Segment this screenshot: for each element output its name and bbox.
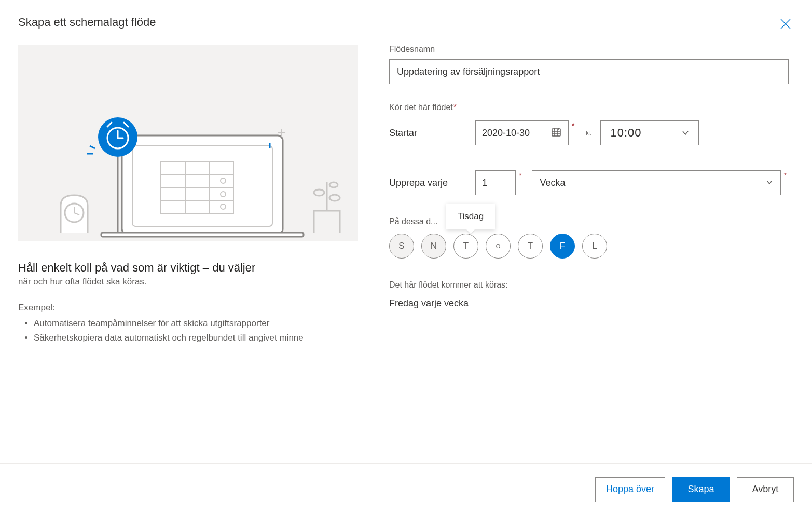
start-time-value: 10:00: [610, 126, 641, 140]
day-tooltip: Tisdag: [446, 204, 495, 229]
chevron-down-icon: [682, 126, 689, 140]
left-column: Håll enkelt koll på vad som är viktigt –…: [18, 45, 358, 346]
close-icon: [780, 18, 791, 32]
intro-text: Håll enkelt koll på vad som är viktigt –…: [18, 261, 358, 346]
repeat-count-input[interactable]: 1: [475, 170, 516, 195]
examples-label: Exempel:: [18, 303, 358, 313]
svg-point-26: [329, 195, 340, 201]
repeat-count-value: 1: [482, 178, 487, 188]
dialog-content: Håll enkelt koll på vad som är viktigt –…: [18, 45, 794, 346]
examples-list: Automatisera teampåminnelser för att ski…: [18, 316, 358, 346]
create-button[interactable]: Skapa: [672, 477, 730, 502]
schedule-summary-label: Det här flödet kommer att köras:: [389, 280, 789, 290]
cancel-button[interactable]: Avbryt: [737, 477, 794, 502]
example-item: Säkerhetskopiera data automatiskt och re…: [34, 331, 358, 346]
day-friday[interactable]: F: [550, 234, 575, 259]
chevron-down-icon: [766, 178, 773, 188]
skip-button[interactable]: Hoppa över: [595, 477, 665, 502]
start-date-value: 2020-10-30: [482, 128, 530, 139]
svg-rect-4: [101, 233, 304, 237]
run-flow-label: Kör det här flödet*: [389, 103, 789, 112]
flow-name-input[interactable]: [389, 59, 789, 84]
svg-point-27: [329, 182, 338, 187]
calendar-icon: [550, 126, 562, 140]
day-tuesday[interactable]: T: [453, 234, 478, 259]
dialog-footer: Hoppa över Skapa Avbryt: [0, 463, 812, 515]
start-label: Startar: [389, 128, 467, 139]
required-mark: *: [572, 120, 574, 130]
svg-rect-2: [122, 135, 283, 234]
start-time-select[interactable]: 10:00: [600, 120, 699, 145]
repeat-unit-select[interactable]: Vecka: [532, 170, 780, 195]
required-mark: *: [519, 170, 521, 180]
days-row: Tisdag S N T O T F L: [389, 234, 789, 259]
flow-name-label: Flödesnamn: [389, 45, 789, 54]
illustration: [18, 45, 358, 241]
repeat-row: Upprepa varje 1 * Vecka *: [389, 170, 789, 195]
repeat-label: Upprepa varje: [389, 178, 467, 188]
required-mark: *: [453, 103, 457, 112]
kl-label: kl.: [586, 130, 591, 136]
example-item: Automatisera teampåminnelser för att ski…: [34, 316, 358, 331]
day-thursday[interactable]: T: [518, 234, 543, 259]
day-wednesday[interactable]: O: [486, 234, 511, 259]
subhead: när och hur ofta flödet ska köras.: [18, 277, 358, 287]
right-column: Flödesnamn Kör det här flödet* Startar 2…: [389, 45, 794, 346]
close-button[interactable]: [777, 17, 794, 33]
svg-line-28: [90, 146, 95, 148]
scheduled-flow-dialog: Skapa ett schemalagt flöde: [0, 0, 812, 409]
dialog-title: Skapa ett schemalagt flöde: [18, 16, 794, 29]
start-date-picker[interactable]: 2020-10-30: [475, 120, 569, 145]
schedule-summary-value: Fredag varje vecka: [389, 298, 789, 309]
required-mark: *: [784, 170, 787, 180]
headline: Håll enkelt koll på vad som är viktigt –…: [18, 261, 358, 276]
day-sunday[interactable]: S: [389, 234, 414, 259]
day-saturday[interactable]: L: [582, 234, 607, 259]
day-monday[interactable]: N: [421, 234, 446, 259]
start-row: Startar 2020-10-30 *: [389, 120, 789, 145]
repeat-unit-value: Vecka: [540, 178, 565, 188]
svg-point-25: [314, 189, 324, 196]
svg-rect-33: [552, 129, 560, 136]
